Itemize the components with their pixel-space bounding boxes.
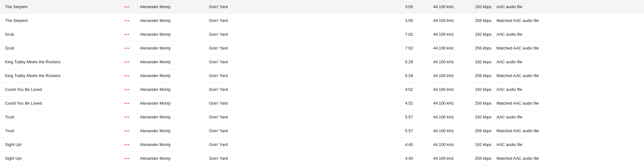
dots-menu[interactable]: [124, 61, 140, 63]
dot-icon: [128, 117, 129, 118]
dot-icon: [128, 34, 129, 35]
track-album: Goin' Yard: [209, 32, 391, 37]
dot-icon: [128, 75, 129, 76]
track-duration: 5:28: [391, 73, 413, 78]
dot-icon: [128, 20, 129, 21]
dot-icon: [126, 103, 127, 104]
dot-icon: [124, 75, 126, 76]
track-sample-rate: 44.100 kHz: [413, 4, 454, 9]
track-duration: 4:40: [391, 156, 413, 161]
track-sample-rate: 44.100 kHz: [413, 32, 454, 37]
track-artist: Alexander Monty: [140, 128, 209, 133]
track-album: Goin' Yard: [209, 18, 391, 23]
dots-menu[interactable]: [124, 130, 140, 132]
track-format: AAC audio file: [491, 32, 639, 37]
dot-icon: [124, 117, 126, 118]
dot-icon: [124, 103, 126, 104]
track-sample-rate: 44.100 kHz: [413, 101, 454, 106]
track-format: Matched AAC audio file: [491, 18, 639, 23]
track-format: AAC audio file: [491, 142, 639, 147]
dot-icon: [126, 158, 127, 159]
track-title: The Serpent: [5, 4, 124, 9]
table-row[interactable]: Grub Alexander Monty Goin' Yard 7:02 44.…: [0, 28, 644, 41]
track-format: AAC audio file: [491, 115, 639, 119]
table-row[interactable]: Trust Alexander Monty Goin' Yard 5:57 44…: [0, 124, 644, 138]
track-title: Trust: [5, 128, 124, 133]
track-duration: 5:57: [391, 115, 413, 119]
track-sample-rate: 44.100 kHz: [413, 128, 454, 133]
dots-menu[interactable]: [124, 34, 140, 35]
table-row[interactable]: Sight Up! Alexander Monty Goin' Yard 4:4…: [0, 138, 644, 152]
dot-icon: [126, 34, 127, 35]
track-album: Goin' Yard: [209, 128, 391, 133]
track-album: Goin' Yard: [209, 46, 391, 50]
track-bitrate: 256 kbps: [454, 128, 491, 133]
track-bitrate: 192 kbps: [454, 60, 491, 64]
track-sample-rate: 44.100 kHz: [413, 18, 454, 23]
dots-menu[interactable]: [124, 158, 140, 159]
track-duration: 7:02: [391, 32, 413, 37]
track-list: The Serpent Alexander Monty Goin' Yard 3…: [0, 0, 644, 166]
dots-menu[interactable]: [124, 20, 140, 21]
dot-icon: [128, 61, 129, 63]
track-title: Grub: [5, 32, 124, 37]
table-row[interactable]: Grub Alexander Monty Goin' Yard 7:02 44.…: [0, 41, 644, 55]
track-bitrate: 192 kbps: [454, 4, 491, 9]
track-album: Goin' Yard: [209, 142, 391, 147]
track-album: Goin' Yard: [209, 73, 391, 78]
track-format: Matched AAC audio file: [491, 101, 639, 106]
track-bitrate: 256 kbps: [454, 73, 491, 78]
dot-icon: [124, 130, 126, 132]
dots-menu[interactable]: [124, 6, 140, 8]
table-row[interactable]: The Serpent Alexander Monty Goin' Yard 3…: [0, 0, 644, 14]
track-title: Sight Up!: [5, 142, 124, 147]
table-row[interactable]: Trust Alexander Monty Goin' Yard 5:57 44…: [0, 110, 644, 124]
track-bitrate: 256 kbps: [454, 46, 491, 50]
track-duration: 4:40: [391, 142, 413, 147]
dots-menu[interactable]: [124, 48, 140, 49]
dot-icon: [128, 48, 129, 49]
track-duration: 5:28: [391, 60, 413, 64]
track-bitrate: 192 kbps: [454, 32, 491, 37]
track-duration: 7:02: [391, 46, 413, 50]
dot-icon: [124, 61, 126, 63]
track-artist: Alexander Monty: [140, 73, 209, 78]
track-duration: 3:05: [391, 4, 413, 9]
track-album: Goin' Yard: [209, 156, 391, 161]
dot-icon: [124, 20, 126, 21]
dot-icon: [126, 75, 127, 76]
table-row[interactable]: Could You Be Loved Alexander Monty Goin'…: [0, 96, 644, 110]
dot-icon: [128, 103, 129, 104]
dot-icon: [124, 158, 126, 159]
track-format: AAC audio file: [491, 60, 639, 64]
dot-icon: [126, 48, 127, 49]
dots-menu[interactable]: [124, 103, 140, 104]
dot-icon: [124, 6, 126, 8]
track-sample-rate: 44.100 kHz: [413, 156, 454, 161]
table-row[interactable]: Could You Be Loved Alexander Monty Goin'…: [0, 83, 644, 96]
dots-menu[interactable]: [124, 89, 140, 90]
dot-icon: [126, 144, 127, 145]
dots-menu[interactable]: [124, 144, 140, 145]
track-format: AAC audio file: [491, 87, 639, 92]
track-bitrate: 256 kbps: [454, 18, 491, 23]
dots-menu[interactable]: [124, 75, 140, 76]
track-duration: 5:57: [391, 128, 413, 133]
dots-menu[interactable]: [124, 117, 140, 118]
track-title: Could You Be Loved: [5, 101, 124, 106]
dot-icon: [128, 6, 129, 8]
track-bitrate: 192 kbps: [454, 87, 491, 92]
table-row[interactable]: Sight Up! Alexander Monty Goin' Yard 4:4…: [0, 152, 644, 165]
dot-icon: [126, 117, 127, 118]
track-sample-rate: 44.100 kHz: [413, 87, 454, 92]
table-row[interactable]: King Tubby Meets the Rockers Alexander M…: [0, 69, 644, 83]
dot-icon: [126, 130, 127, 132]
dot-icon: [128, 144, 129, 145]
table-row[interactable]: King Tubby Meets the Rockers Alexander M…: [0, 55, 644, 69]
track-format: Matched AAC audio file: [491, 156, 639, 161]
track-bitrate: 192 kbps: [454, 142, 491, 147]
dot-icon: [126, 6, 127, 8]
track-duration: 4:52: [391, 87, 413, 92]
table-row[interactable]: The Serpent Alexander Monty Goin' Yard 3…: [0, 14, 644, 28]
track-title: Trust: [5, 115, 124, 119]
